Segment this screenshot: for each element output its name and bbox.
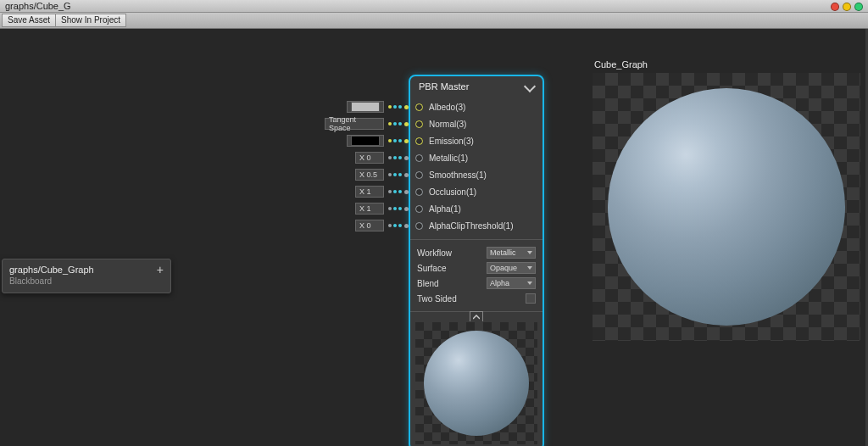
port-connector-icon[interactable] <box>415 103 423 111</box>
node-port[interactable]: Smoothness(1)X 0.5 <box>415 166 537 183</box>
window-traffic-lights <box>831 3 863 11</box>
port-input-slot[interactable] <box>347 101 409 113</box>
node-port[interactable]: AlphaClipThreshold(1)X 0 <box>415 217 537 234</box>
slot-pin-icon <box>404 122 409 126</box>
dropdown-arrow-icon <box>527 251 532 254</box>
node-title: PBR Master <box>419 81 469 92</box>
node-port[interactable]: Alpha(1)X 1 <box>415 200 537 217</box>
port-label: AlphaClipThreshold(1) <box>429 221 514 231</box>
workflow-dropdown[interactable]: Metallic <box>487 247 536 259</box>
color-swatch-field[interactable] <box>347 101 384 113</box>
node-port[interactable]: Albedo(3) <box>415 98 537 115</box>
port-input-slot[interactable]: X 1 <box>355 203 409 215</box>
zoom-window-icon[interactable] <box>854 3 863 11</box>
save-asset-button[interactable]: Save Asset <box>2 14 56 27</box>
node-preview-viewport[interactable] <box>415 322 537 444</box>
preview-sphere-icon <box>424 331 529 436</box>
two-sided-checkbox[interactable] <box>526 293 536 304</box>
port-label: Albedo(3) <box>429 103 465 112</box>
slot-wire-icon <box>387 173 402 176</box>
node-preview <box>410 311 542 446</box>
port-label: Occlusion(1) <box>429 187 476 197</box>
node-port[interactable]: Emission(3) <box>415 132 537 149</box>
slot-wire-icon <box>387 224 402 227</box>
setting-surface: Surface Opaque <box>417 260 536 276</box>
port-connector-icon[interactable] <box>415 188 423 196</box>
slot-wire-icon <box>387 139 402 142</box>
port-connector-icon[interactable] <box>415 120 423 128</box>
port-input-slot[interactable]: X 0 <box>355 220 409 231</box>
port-connector-icon[interactable] <box>415 205 423 213</box>
number-field[interactable]: X 1 <box>355 203 384 215</box>
setting-label: Workflow <box>417 248 452 258</box>
pbr-master-node[interactable]: PBR Master Albedo(3)Normal(3)Tangent Spa… <box>409 75 544 446</box>
color-swatch-icon <box>351 136 380 146</box>
node-header[interactable]: PBR Master <box>410 76 542 98</box>
preview-collapse-button[interactable] <box>470 311 483 321</box>
blackboard-subtitle: Blackboard <box>3 276 170 293</box>
setting-label: Surface <box>417 264 446 273</box>
preview-sphere-icon <box>608 88 845 326</box>
node-settings: Workflow Metallic Surface Opaque Blend A… <box>410 239 542 311</box>
slot-pin-icon <box>404 207 409 211</box>
blend-dropdown[interactable]: Alpha <box>487 277 536 289</box>
slot-wire-icon <box>387 207 402 210</box>
dropdown-value: Metallic <box>490 248 516 257</box>
port-input-slot[interactable]: X 0 <box>355 152 409 164</box>
window-title: graphs/Cube_G <box>5 1 71 11</box>
slot-wire-icon <box>387 190 402 193</box>
port-label: Metallic(1) <box>429 153 468 163</box>
port-label: Normal(3) <box>429 120 466 129</box>
port-input-slot[interactable]: X 0.5 <box>355 169 409 181</box>
slot-pin-icon <box>404 224 409 228</box>
setting-two-sided: Two Sided <box>417 291 536 306</box>
blackboard-header: graphs/Cube_Graph + <box>3 259 170 276</box>
port-input-slot[interactable]: X 1 <box>355 186 409 198</box>
dropdown-value: Opaque <box>490 264 517 272</box>
toolbar: Save Asset Show In Project <box>0 13 868 29</box>
dropdown-value: Alpha <box>490 279 509 287</box>
enum-field[interactable]: Tangent Space <box>325 118 384 130</box>
show-in-project-button[interactable]: Show In Project <box>55 14 126 27</box>
main-preview-viewport[interactable] <box>593 73 860 341</box>
slot-pin-icon <box>404 105 409 109</box>
dropdown-arrow-icon <box>527 282 532 285</box>
node-ports: Albedo(3)Normal(3)Tangent SpaceEmission(… <box>410 98 542 239</box>
slot-wire-icon <box>387 122 402 125</box>
blackboard-title: graphs/Cube_Graph <box>9 265 94 275</box>
setting-workflow: Workflow Metallic <box>417 245 536 260</box>
node-port[interactable]: Occlusion(1)X 1 <box>415 183 537 200</box>
port-input-slot[interactable]: Tangent Space <box>325 118 409 130</box>
setting-label: Blend <box>417 279 439 288</box>
number-field[interactable]: X 0 <box>355 152 384 164</box>
slot-pin-icon <box>404 190 409 194</box>
port-input-slot[interactable] <box>347 135 409 147</box>
port-label: Smoothness(1) <box>429 170 487 180</box>
close-window-icon[interactable] <box>831 3 839 11</box>
node-port[interactable]: Normal(3)Tangent Space <box>415 115 537 132</box>
port-connector-icon[interactable] <box>415 171 423 179</box>
port-label: Emission(3) <box>429 137 474 146</box>
port-connector-icon[interactable] <box>415 154 423 162</box>
number-field[interactable]: X 0 <box>355 220 384 231</box>
slot-wire-icon <box>387 105 402 109</box>
port-connector-icon[interactable] <box>415 137 423 145</box>
dropdown-arrow-icon <box>527 266 532 270</box>
setting-label: Two Sided <box>417 294 457 304</box>
port-label: Alpha(1) <box>429 204 461 214</box>
blackboard-panel[interactable]: graphs/Cube_Graph + Blackboard <box>2 259 171 293</box>
graph-canvas[interactable]: graphs/Cube_Graph + Blackboard PBR Maste… <box>0 29 865 446</box>
main-preview-panel: Cube_Graph <box>593 59 860 341</box>
collapse-node-icon[interactable] <box>524 81 536 92</box>
blackboard-add-button[interactable]: + <box>157 265 164 274</box>
port-connector-icon[interactable] <box>415 222 423 230</box>
surface-dropdown[interactable]: Opaque <box>487 262 536 274</box>
node-port[interactable]: Metallic(1)X 0 <box>415 149 537 166</box>
minimize-window-icon[interactable] <box>843 3 851 11</box>
color-swatch-field[interactable] <box>347 135 384 147</box>
slot-pin-icon <box>404 139 409 143</box>
slot-pin-icon <box>404 156 409 160</box>
setting-blend: Blend Alpha <box>417 276 536 291</box>
number-field[interactable]: X 1 <box>355 186 384 198</box>
number-field[interactable]: X 0.5 <box>355 169 384 181</box>
